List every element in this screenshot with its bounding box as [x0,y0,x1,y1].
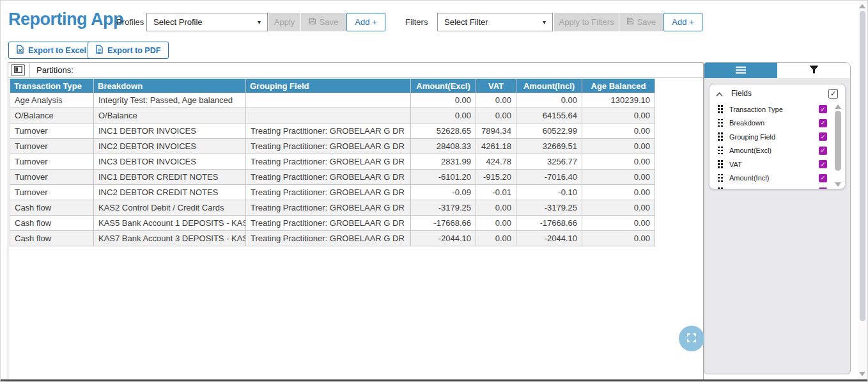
table-cell: -3179.25 [516,200,582,216]
column-header-age-balanced[interactable]: Age Balanced [582,79,655,93]
table-cell: Treating Practitioner: GROBELAAR G DR [246,139,411,154]
column-header-breakdown[interactable]: Breakdown [94,79,246,93]
field-item-vat[interactable]: VAT✓ [709,157,830,171]
table-cell: 0.00 [582,108,655,123]
table-cell: Cash flow [10,216,94,231]
tab-filter[interactable] [777,63,850,78]
chevron-down-icon: ▾ [543,19,546,26]
scroll-up-arrow[interactable] [835,104,841,109]
table-cell: 28408.33 [411,139,476,154]
table-cell: O/Balance [10,108,94,123]
partitions-grid-panel: Partitions: Transaction TypeBreakdownGro… [8,62,704,381]
table-cell: 0.00 [582,139,655,154]
table-row[interactable]: O/BalanceO/Balance0.000.0064155.640.00 [10,108,655,123]
collapse-chevron-icon[interactable] [716,88,723,99]
page-scrollbar[interactable] [858,1,867,380]
export-to-pdf-button[interactable]: Export to PDF [88,42,169,59]
divider [29,63,30,77]
scrollbar-thumb[interactable] [860,11,865,321]
tab-fields-menu[interactable] [704,63,777,78]
scroll-down-arrow[interactable] [835,182,841,187]
column-header-vat[interactable]: VAT [476,79,516,93]
table-cell: Turnover [10,139,94,154]
table-row[interactable]: TurnoverINC1 DEBTOR CREDIT NOTESTreating… [10,170,655,185]
table-row[interactable]: Cash flowKAS5 Bank Account 1 DEPOSITS - … [10,216,655,231]
table-cell: KAS2 Control Debit / Credit Cards [94,200,246,216]
field-item-amount-excl[interactable]: Amount(Excl)✓ [709,144,830,158]
table-row[interactable]: Cash flowKAS7 Bank Account 3 DEPOSITS - … [10,231,655,246]
table-cell: INC1 DEBTOR INVOICES [94,123,246,139]
field-checkbox[interactable]: ✓ [819,147,827,155]
table-cell: -3179.25 [411,200,476,216]
profiles-label: Profiles [116,17,144,27]
excel-file-icon [17,45,24,56]
export-excel-label: Export to Excel [28,46,86,55]
field-item-grouping-field[interactable]: Grouping Field✓ [709,130,830,144]
partitions-bar: Partitions: [8,63,703,78]
field-checkbox[interactable]: ✓ [819,119,827,127]
fields-scrollbar[interactable] [833,104,842,187]
field-item-transaction-type[interactable]: Transaction Type✓ [709,102,830,116]
drag-handle-icon[interactable] [718,132,723,141]
filters-save-button[interactable]: Save [619,13,663,31]
drag-handle-icon[interactable] [718,174,723,182]
table-row[interactable]: Cash flowKAS2 Control Debit / Credit Car… [10,200,655,216]
column-header-amount-excl[interactable]: Amount(Excl) [411,79,476,93]
table-cell: 52628.65 [411,123,476,139]
drag-handle-icon[interactable] [718,147,723,155]
scroll-down-arrow[interactable] [859,372,865,376]
table-cell: Age Analysis [10,93,94,108]
table-row[interactable]: TurnoverINC2 DEBTOR CREDIT NOTESTreating… [10,185,655,200]
drag-handle-icon[interactable] [718,187,723,189]
field-checkbox[interactable]: ✓ [819,160,827,168]
profile-select[interactable]: Select Profile ▾ [146,13,268,31]
table-cell: 0.00 [582,154,655,170]
table-cell: 60522.99 [516,123,582,139]
export-to-excel-button[interactable]: Export to Excel [8,42,95,59]
filters-add-label: Add + [672,17,694,27]
select-all-fields-checkbox[interactable]: ✓ [828,89,838,99]
scroll-up-arrow[interactable] [859,4,865,8]
menu-icon [736,65,746,76]
expand-arrows-icon [686,332,697,346]
table-cell: -17668.66 [516,216,582,231]
page-title: Reporting App [8,10,123,29]
table-cell: 7894.34 [476,123,516,139]
profiles-add-button[interactable]: Add + [346,13,385,31]
field-label: Amount(Excl) [729,147,771,154]
grid-header-row: Transaction TypeBreakdownGrouping FieldA… [10,79,655,93]
field-item-age-balanced[interactable]: Age Balanced✓ [709,185,830,189]
column-header-transaction-type[interactable]: Transaction Type [10,79,94,93]
columns-layout-button[interactable] [11,64,25,76]
column-header-amount-incl[interactable]: Amount(Incl) [516,79,582,93]
table-cell: 0.00 [476,231,516,246]
field-checkbox[interactable]: ✓ [819,105,827,113]
scrollbar-thumb[interactable] [835,111,841,171]
fields-side-panel: Fields ✓ Transaction Type✓Breakdown✓Grou… [704,62,851,374]
drag-handle-icon[interactable] [718,160,723,168]
table-cell: 0.00 [582,200,655,216]
field-checkbox[interactable]: ✓ [819,174,827,182]
table-row[interactable]: TurnoverINC1 DEBTOR INVOICESTreating Pra… [10,123,655,139]
drag-handle-icon[interactable] [718,105,723,113]
profile-select-value: Select Profile [153,17,203,27]
window-border [1,379,867,381]
expand-button[interactable] [679,326,704,351]
field-checkbox[interactable]: ✓ [819,187,827,189]
field-item-amount-incl[interactable]: Amount(Incl)✓ [709,171,830,186]
field-checkbox[interactable]: ✓ [819,132,827,141]
table-row[interactable]: TurnoverINC3 DEBTOR INVOICESTreating Pra… [10,154,655,170]
filters-apply-button[interactable]: Apply to Filters [554,13,619,31]
profiles-save-button[interactable]: Save [301,13,346,31]
drag-handle-icon[interactable] [718,119,723,127]
table-row[interactable]: Age AnalysisIntegrity Test: Passed, Age … [10,93,655,108]
table-cell: Turnover [10,123,94,139]
field-item-breakdown[interactable]: Breakdown✓ [709,116,830,131]
filter-select[interactable]: Select Filter ▾ [437,13,553,31]
profiles-apply-button[interactable]: Apply [268,13,300,31]
table-cell: INC3 DEBTOR INVOICES [94,154,246,170]
columns-icon [14,65,22,75]
filters-add-button[interactable]: Add + [663,13,702,31]
table-row[interactable]: TurnoverINC2 DEBTOR INVOICESTreating Pra… [10,139,655,154]
column-header-grouping-field[interactable]: Grouping Field [246,79,411,93]
